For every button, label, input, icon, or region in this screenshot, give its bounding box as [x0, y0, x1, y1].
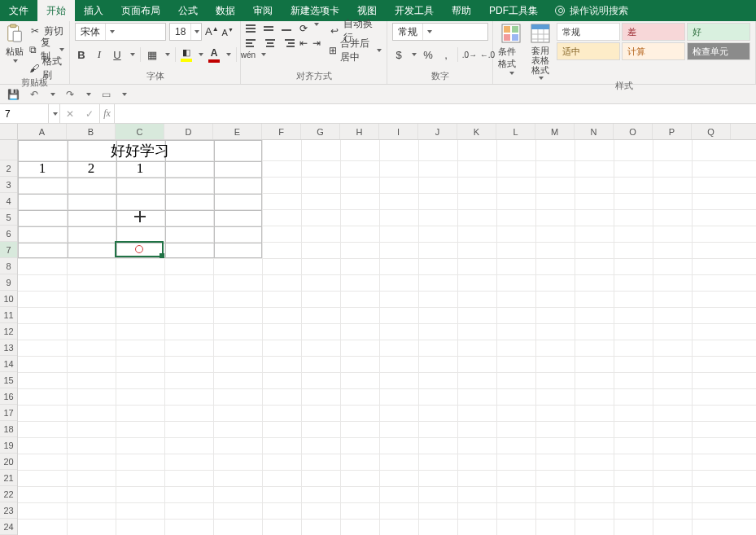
col-header-A[interactable]: A [18, 124, 67, 139]
cell-styles-gallery[interactable]: 常规 差 好 适中 计算 检查单元 [557, 23, 750, 60]
col-header-B[interactable]: B [67, 124, 116, 139]
select-all-corner[interactable] [0, 124, 18, 140]
decrease-indent-button[interactable]: ⇤ [299, 37, 308, 49]
percent-button[interactable]: % [422, 47, 435, 62]
border-button[interactable]: ▦ [146, 47, 159, 62]
row-header-5[interactable]: 5 [0, 209, 17, 226]
col-header-O[interactable]: O [614, 124, 653, 139]
col-header-K[interactable]: K [457, 124, 496, 139]
row-header-8[interactable]: 8 [0, 258, 17, 274]
row-header-21[interactable]: 21 [0, 470, 17, 486]
col-header-J[interactable]: J [418, 124, 457, 139]
row-header-20[interactable]: 20 [0, 454, 17, 470]
column-headers[interactable]: ABCDEFGHIJKLMNOPQ [18, 124, 756, 140]
underline-button[interactable]: U [111, 47, 124, 62]
col-header-Q[interactable]: Q [692, 124, 731, 139]
cell-C1[interactable]: 好好学习 [83, 140, 197, 160]
row-header-7[interactable]: 7 [0, 242, 17, 258]
undo-button[interactable]: ↶ [28, 88, 41, 101]
row-header-13[interactable]: 13 [0, 340, 17, 356]
increase-indent-button[interactable]: ⇥ [312, 37, 321, 49]
cell-B2[interactable]: 2 [67, 160, 116, 177]
style-bad[interactable]: 差 [622, 23, 685, 41]
tab-pdf-tools[interactable]: PDF工具集 [480, 0, 547, 21]
col-header-L[interactable]: L [496, 124, 535, 139]
col-header-N[interactable]: N [575, 124, 614, 139]
row-header-12[interactable]: 12 [0, 323, 17, 340]
cancel-formula-button[interactable]: ✕ [60, 104, 80, 123]
name-box-input[interactable] [0, 108, 48, 120]
style-neutral[interactable]: 适中 [557, 42, 620, 60]
col-header-G[interactable]: G [301, 124, 340, 139]
formula-input[interactable] [115, 104, 756, 123]
col-header-C[interactable]: C [116, 124, 164, 139]
tab-formulas[interactable]: 公式 [169, 0, 207, 21]
col-header-M[interactable]: M [535, 124, 575, 139]
name-box[interactable] [0, 104, 49, 123]
row-header-11[interactable]: 11 [0, 307, 17, 323]
redo-button[interactable]: ↷ [63, 88, 76, 101]
comma-button[interactable]: , [439, 47, 452, 62]
row-header-15[interactable]: 15 [0, 372, 17, 388]
align-center-button[interactable] [264, 37, 277, 49]
chevron-down-icon[interactable] [53, 112, 58, 116]
row-header-3[interactable]: 3 [0, 177, 17, 193]
row-header-16[interactable]: 16 [0, 388, 17, 405]
tab-file[interactable]: 文件 [0, 0, 37, 21]
tab-new[interactable]: 新建选项卡 [282, 0, 348, 21]
font-name-combo[interactable]: 宋体 [75, 23, 166, 41]
row-header-23[interactable]: 23 [0, 502, 17, 519]
tab-developer[interactable]: 开发工具 [386, 0, 443, 21]
style-normal[interactable]: 常规 [557, 23, 620, 41]
style-check[interactable]: 检查单元 [687, 42, 750, 60]
row-header-9[interactable]: 9 [0, 274, 17, 291]
tab-page-layout[interactable]: 页面布局 [112, 0, 169, 21]
accounting-format-button[interactable]: $ [392, 47, 405, 62]
decrease-font-button[interactable]: A▼ [222, 27, 234, 37]
accept-formula-button[interactable]: ✓ [80, 104, 99, 123]
tab-data[interactable]: 数据 [207, 0, 244, 21]
align-left-button[interactable] [246, 37, 259, 49]
tell-me-search[interactable]: 操作说明搜索 [547, 0, 636, 21]
col-header-H[interactable]: H [340, 124, 379, 139]
align-middle-button[interactable] [264, 23, 277, 34]
merge-center-button[interactable]: ⊞ 合并后居中 [329, 42, 382, 59]
fill-color-button[interactable]: ◧ [181, 47, 192, 62]
row-header-1[interactable] [0, 140, 17, 160]
save-button[interactable]: 💾 [7, 88, 20, 101]
row-header-17[interactable]: 17 [0, 405, 17, 421]
row-header-6[interactable]: 6 [0, 226, 17, 242]
orientation-button[interactable]: ⟳ [299, 23, 308, 34]
cells-area[interactable]: 好好学习121 [18, 140, 756, 535]
col-header-I[interactable]: I [379, 124, 418, 139]
fx-label[interactable]: fx [100, 104, 115, 123]
paste-button[interactable]: 粘贴 [5, 23, 24, 63]
col-header-F[interactable]: F [262, 124, 301, 139]
style-good[interactable]: 好 [687, 23, 750, 41]
row-header-18[interactable]: 18 [0, 421, 17, 437]
align-bottom-button[interactable] [282, 23, 295, 34]
row-headers[interactable]: 23456789101112131415161718192021222324 [0, 140, 18, 535]
tab-help[interactable]: 帮助 [443, 0, 480, 21]
row-header-14[interactable]: 14 [0, 356, 17, 372]
col-header-P[interactable]: P [653, 124, 692, 139]
number-format-combo[interactable]: 常规 [392, 23, 488, 41]
col-header-D[interactable]: D [164, 124, 213, 139]
col-header-E[interactable]: E [213, 124, 262, 139]
format-as-table-button[interactable]: 套用 表格格式 [527, 23, 553, 80]
style-calc[interactable]: 计算 [622, 42, 685, 60]
row-header-2[interactable]: 2 [0, 160, 17, 177]
row-header-22[interactable]: 22 [0, 486, 17, 502]
row-header-10[interactable]: 10 [0, 291, 17, 307]
format-painter-button[interactable]: 🖌 格式刷 [29, 60, 64, 77]
increase-decimal-button[interactable]: .0→ [463, 47, 476, 62]
row-header-24[interactable]: 24 [0, 519, 17, 535]
qat-extra-button[interactable]: ▭ [99, 88, 112, 101]
tab-review[interactable]: 审阅 [244, 0, 282, 21]
font-color-button[interactable]: A [208, 47, 220, 63]
cell-A2[interactable]: 1 [18, 160, 67, 177]
row-header-4[interactable]: 4 [0, 193, 17, 209]
bold-button[interactable]: B [75, 47, 88, 62]
align-right-button[interactable] [282, 37, 295, 49]
decrease-decimal-button[interactable]: ←.0 [481, 47, 494, 62]
